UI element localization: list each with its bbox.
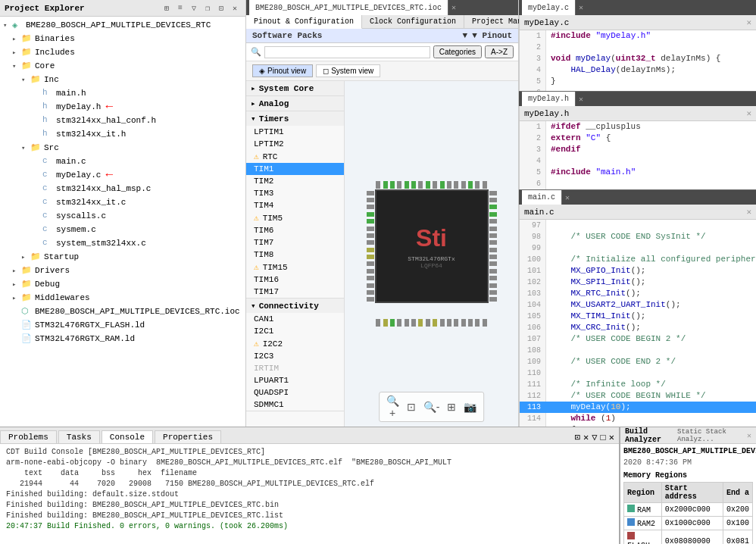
config-tab-pinout[interactable]: Pinout & Configuration xyxy=(246,15,362,29)
console-icon-4[interactable]: □ xyxy=(601,433,606,443)
cat-item-lptim1[interactable]: LPTIM1 xyxy=(246,126,344,138)
zoom-in-button[interactable]: 🔍+ xyxy=(384,394,401,420)
console-icon-2[interactable]: ✕ xyxy=(583,432,589,443)
tree-item-main-c[interactable]: c main.c xyxy=(0,155,245,168)
zoom-screenshot-button[interactable]: 📷 xyxy=(461,394,479,420)
zoom-out-button[interactable]: 🔍- xyxy=(421,394,442,420)
tree-item-syscalls-c[interactable]: c syscalls.c xyxy=(0,209,245,223)
az-button[interactable]: A->Z xyxy=(485,45,514,58)
cat-item-tim15[interactable]: ⚠TIM15 xyxy=(246,261,344,274)
cat-section-header-analog[interactable]: ▸ Analog xyxy=(246,96,344,111)
main-c-close[interactable]: ✕ xyxy=(746,207,751,217)
cat-item-tim5[interactable]: ⚠TIM5 xyxy=(246,211,344,224)
tree-item-binaries[interactable]: ▸ 📁 Binaries xyxy=(0,32,245,45)
cat-item-sdmmc1[interactable]: SDMMC1 xyxy=(246,399,344,411)
tree-arrow-src: ▾ xyxy=(21,144,30,152)
pinout-view-button[interactable]: ◈ Pinout view xyxy=(252,64,313,77)
collapse-all-icon[interactable]: ⊞ xyxy=(161,2,173,14)
config-tab-close[interactable]: ✕ xyxy=(448,3,459,12)
tree-item-hal-msp-c[interactable]: c stm32l4xx_hal_msp.c xyxy=(0,182,245,195)
cat-item-tim8[interactable]: TIM8 xyxy=(246,249,344,261)
code-line-mc2: 2 xyxy=(520,42,756,53)
console-icon-5[interactable]: ✕ xyxy=(609,432,614,443)
cat-item-tim16[interactable]: TIM16 xyxy=(246,274,344,286)
menu-icon[interactable]: ≡ xyxy=(174,2,186,14)
bottom-tab-problems[interactable]: Problems xyxy=(0,430,57,443)
tree-item-inc[interactable]: ▾ 📁 Inc xyxy=(0,73,245,86)
cat-item-quadspi[interactable]: QUADSPI xyxy=(246,386,344,399)
tab-close-mydelay-c[interactable]: ✕ xyxy=(576,3,586,12)
mem-end-ram2: 0x100 xyxy=(723,517,752,530)
minimize-icon[interactable]: ⊡ xyxy=(215,2,227,14)
tree-item-root[interactable]: ▾ ◈ BME280_BOSCH_API_MULTIPLE_DEVICES_RT… xyxy=(0,18,245,32)
zoom-reset-button[interactable]: ⊞ xyxy=(445,394,458,420)
config-tab-clock[interactable]: Clock Configuration xyxy=(362,15,464,28)
tab-close-mydelay-h[interactable]: ✕ xyxy=(576,95,586,104)
mydelay-c-close[interactable]: ✕ xyxy=(746,17,751,27)
cat-item-lpuart1[interactable]: LPUART1 xyxy=(246,374,344,386)
cat-item-tim6[interactable]: TIM6 xyxy=(246,224,344,236)
code-line-mh4: 4 xyxy=(520,155,756,167)
config-search-input[interactable] xyxy=(264,46,430,58)
cat-item-lptim2[interactable]: LPTIM2 xyxy=(246,138,344,150)
cat-item-tim4[interactable]: TIM4 xyxy=(246,199,344,211)
pin-b12 xyxy=(454,319,458,327)
tree-item-sysmem-c[interactable]: c sysmem.c xyxy=(0,223,245,236)
filter-icon[interactable]: ▽ xyxy=(188,2,200,14)
cat-section-header-system-core[interactable]: ▸ System Core xyxy=(246,81,344,95)
bottom-tab-console[interactable]: Console xyxy=(102,430,153,443)
mem-label-ram2: RAM2 xyxy=(624,517,662,530)
tree-item-ioc[interactable]: ⬡ BME280_BOSCH_API_MULTIPLE_DEVICES_RTC.… xyxy=(0,305,245,318)
cat-item-i2c3[interactable]: I2C3 xyxy=(246,350,344,362)
tree-item-startup[interactable]: ▸ 📁 Startup xyxy=(0,250,245,264)
cat-item-tim3[interactable]: TIM3 xyxy=(246,187,344,199)
categories-button[interactable]: Categories xyxy=(433,45,482,58)
tree-item-ram-ld[interactable]: 📄 STM32L476RGTX_RAM.ld xyxy=(0,332,245,345)
mc-line-107: 107 /* USER CODE BEGIN 2 */ xyxy=(520,333,756,345)
cat-item-tim2[interactable]: TIM2 xyxy=(246,175,344,187)
tree-item-core[interactable]: ▾ 📁 Core xyxy=(0,59,245,73)
editor-tab-main-c[interactable]: main.c xyxy=(522,190,562,205)
cat-item-can1[interactable]: CAN1 xyxy=(246,313,344,325)
mc-line-108: 108 xyxy=(520,345,756,356)
tree-item-middlewares[interactable]: ▸ 📁 Middlewares xyxy=(0,291,245,305)
pinout-dropdown-icon: ▼ xyxy=(463,31,468,40)
cat-item-tim17[interactable]: TIM17 xyxy=(246,286,344,298)
cat-item-i2c1[interactable]: I2C1 xyxy=(246,325,344,337)
console-icon-3[interactable]: ▽ xyxy=(592,432,597,443)
system-view-button[interactable]: ◻ System view xyxy=(316,64,380,77)
console-icon-1[interactable]: ⊡ xyxy=(575,432,580,443)
cat-item-tim7[interactable]: TIM7 xyxy=(246,236,344,249)
link-icon[interactable]: ❐ xyxy=(201,2,214,14)
cat-item-tim1[interactable]: TIM1 xyxy=(246,163,344,175)
cat-item-irtim[interactable]: IRTIM xyxy=(246,362,344,374)
tree-item-drivers[interactable]: ▸ 📁 Drivers xyxy=(0,264,245,277)
mem-row-ram2: RAM2 0x1000c000 0x100 xyxy=(624,517,753,530)
bottom-tab-tasks[interactable]: Tasks xyxy=(58,430,100,443)
config-file-tab-ioc[interactable]: BME280_BOSCH_API_MULTIPLE_DEVICES_RTC.io… xyxy=(249,0,448,15)
cat-item-rtc[interactable]: ⚠RTC xyxy=(246,150,344,163)
tree-item-it-c[interactable]: c stm32l4xx_it.c xyxy=(0,195,245,209)
tree-item-debug[interactable]: ▸ 📁 Debug xyxy=(0,277,245,291)
cat-item-i2c2[interactable]: ⚠I2C2 xyxy=(246,337,344,350)
tree-item-main-h[interactable]: h main.h xyxy=(0,86,245,100)
tree-item-hal-conf-h[interactable]: h stm32l4xx_hal_conf.h xyxy=(0,114,245,127)
mydelay-h-close[interactable]: ✕ xyxy=(746,108,751,118)
editor-tab-mydelay-h[interactable]: myDelay.h xyxy=(522,92,576,106)
editor-tab-mydelay-c[interactable]: myDelay.c xyxy=(522,0,576,15)
cat-section-header-timers[interactable]: ▾ Timers xyxy=(246,111,344,126)
mem-label-flash: FLASH xyxy=(624,530,662,545)
tree-item-system-c[interactable]: c system_stm32l4xx.c xyxy=(0,236,245,250)
tree-item-flash-ld[interactable]: 📄 STM32L476RGTX_FLASH.ld xyxy=(0,318,245,332)
tree-item-mydelay-c[interactable]: c myDelay.c ← xyxy=(0,168,245,182)
zoom-fit-button[interactable]: ⊡ xyxy=(405,394,418,420)
tree-item-includes[interactable]: ▸ 📁 Includes xyxy=(0,45,245,59)
cat-section-header-connectivity[interactable]: ▾ Connectivity xyxy=(246,299,344,313)
build-analyzer-close[interactable]: ✕ xyxy=(747,431,751,440)
bottom-tab-properties[interactable]: Properties xyxy=(155,430,221,443)
close-icon[interactable]: ✕ xyxy=(229,2,241,14)
tab-close-main-c[interactable]: ✕ xyxy=(562,193,573,202)
tree-item-mydelay-h[interactable]: h myDelay.h ← xyxy=(0,100,245,114)
tree-item-src[interactable]: ▾ 📁 Src xyxy=(0,141,245,155)
tree-item-it-h[interactable]: h stm32l4xx_it.h xyxy=(0,127,245,141)
